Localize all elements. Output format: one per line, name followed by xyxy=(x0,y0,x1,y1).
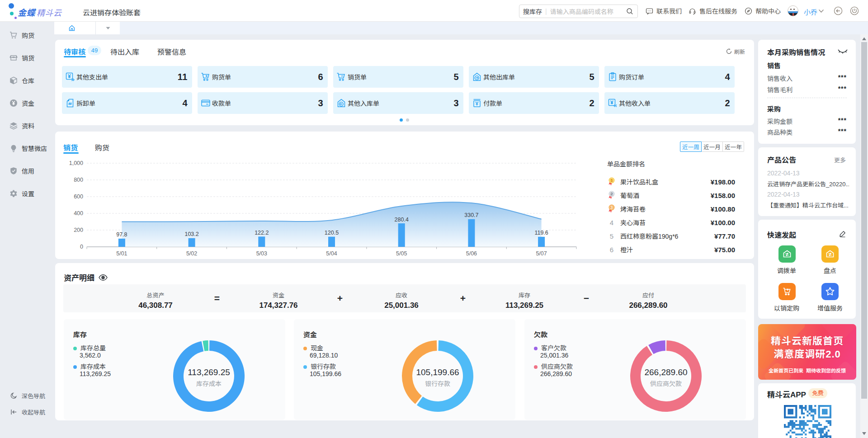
svg-text:120.5: 120.5 xyxy=(325,230,339,236)
svg-text:5/06: 5/06 xyxy=(466,250,477,257)
svg-text:122.2: 122.2 xyxy=(255,230,269,236)
svg-text:0: 0 xyxy=(80,244,83,250)
svg-text:280.4: 280.4 xyxy=(395,217,409,223)
svg-text:330.7: 330.7 xyxy=(464,212,478,218)
svg-text:1: 1 xyxy=(610,178,613,183)
svg-text:5/04: 5/04 xyxy=(326,250,337,257)
svg-text:600: 600 xyxy=(74,193,83,200)
svg-text:97.8: 97.8 xyxy=(116,231,127,238)
svg-text:2: 2 xyxy=(610,191,613,196)
svg-text:1,000: 1,000 xyxy=(69,160,83,166)
svg-text:5/05: 5/05 xyxy=(396,250,407,257)
svg-text:103.2: 103.2 xyxy=(184,231,198,237)
svg-text:400: 400 xyxy=(74,210,83,217)
svg-text:5/03: 5/03 xyxy=(256,250,267,257)
svg-text:800: 800 xyxy=(74,177,83,183)
svg-text:5/02: 5/02 xyxy=(186,250,197,257)
svg-text:3: 3 xyxy=(610,205,613,210)
svg-text:5/01: 5/01 xyxy=(116,250,127,257)
svg-text:200: 200 xyxy=(74,227,83,233)
svg-text:119.6: 119.6 xyxy=(534,230,548,236)
svg-text:5/07: 5/07 xyxy=(536,250,547,257)
